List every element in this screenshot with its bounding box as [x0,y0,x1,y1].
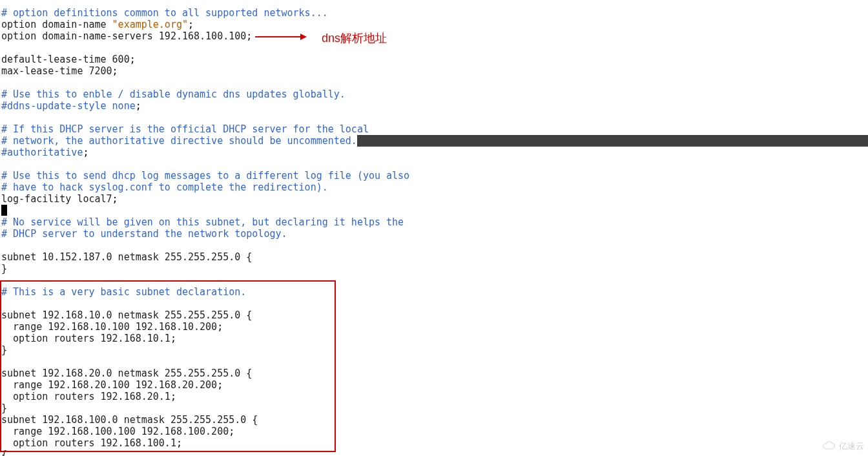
code-segment: max-lease-time 7200 [1,65,112,77]
code-segment: ; [217,321,223,333]
code-segment: # option definitions common to all suppo… [1,7,328,19]
code-segment: ; [112,65,118,77]
code-line[interactable]: option routers 192.168.10.1; [1,333,868,344]
code-segment: subnet 192.168.10.0 netmask 255.255.255.… [1,309,252,321]
code-line[interactable]: range 192.168.100.100 192.168.100.200; [1,426,868,437]
code-editor[interactable]: # option definitions common to all suppo… [0,0,868,456]
code-line[interactable]: # have to hack syslog.conf to complete t… [1,181,868,193]
code-segment: #ddns-update-style none [1,100,136,112]
code-line[interactable]: } [1,402,868,414]
code-line[interactable]: # option definitions common to all suppo… [1,7,868,19]
code-segment: # Use this to enble / disable dynamic dn… [1,88,346,100]
code-line[interactable]: # This is a very basic subnet declaratio… [1,286,868,298]
code-segment: ; [83,147,88,158]
code-line[interactable]: # No service will be given on this subne… [1,216,868,228]
code-line[interactable]: option routers 192.168.20.1; [1,391,868,402]
code-segment: ; [217,379,223,391]
code-segment: # Use this to send dhcp log messages to … [1,170,409,181]
code-line[interactable]: option domain-name-servers 192.168.100.1… [1,30,868,42]
code-segment: option domain-name-servers 192.168.100.1… [1,30,246,42]
code-line[interactable]: range 192.168.10.100 192.168.10.200; [1,321,868,333]
code-segment: # If this DHCP server is the official DH… [1,123,369,135]
code-segment: ; [188,19,194,30]
code-segment: # network, the authoritative directive s… [1,135,357,147]
code-segment: subnet 192.168.100.0 netmask 255.255.255… [1,414,258,426]
code-segment: } [1,344,7,356]
code-segment: #authoritative [1,147,83,158]
code-line[interactable]: subnet 10.152.187.0 netmask 255.255.255.… [1,251,868,263]
code-line[interactable]: # network, the authoritative directive s… [1,135,868,147]
cloud-icon [822,441,836,451]
code-segment: ; [112,193,118,205]
code-line[interactable]: #ddns-update-style none; [1,100,868,112]
code-line[interactable]: # If this DHCP server is the official DH… [1,123,868,135]
code-line[interactable]: max-lease-time 7200; [1,65,868,77]
code-line[interactable]: } [1,344,868,356]
code-line[interactable] [1,112,868,123]
annotation-text: dns解析地址 [322,32,387,44]
code-segment: option routers 192.168.20.1 [1,391,170,402]
line-highlight [357,135,868,147]
code-segment: # This is a very basic subnet declaratio… [1,286,246,298]
code-segment: default-lease-time 600 [1,54,130,65]
watermark-text: 亿速云 [839,440,864,452]
code-line[interactable]: option domain-name "example.org"; [1,19,868,30]
code-segment: range 192.168.20.100 192.168.20.200 [1,379,217,391]
code-segment: { [1,449,7,456]
code-line[interactable]: range 192.168.20.100 192.168.20.200; [1,379,868,391]
code-segment: subnet 192.168.20.0 netmask 255.255.255.… [1,368,252,379]
code-segment: option routers 192.168.10.1 [1,333,170,344]
code-line[interactable] [1,275,868,286]
code-segment: ; [229,426,234,437]
code-segment: # No service will be given on this subne… [1,216,404,228]
code-segment: range 192.168.10.100 192.168.10.200 [1,321,217,333]
code-line[interactable]: # DHCP server to understand the network … [1,228,868,240]
code-line[interactable]: subnet 192.168.100.0 netmask 255.255.255… [1,414,868,426]
code-segment: # have to hack syslog.conf to complete t… [1,181,328,193]
code-segment: ; [176,437,182,449]
code-segment: # DHCP server to understand the network … [1,228,287,240]
code-segment: } [1,402,7,414]
code-segment: option domain-name [1,19,112,30]
code-segment: range 192.168.100.100 192.168.100.200 [1,426,229,437]
code-line[interactable]: option routers 192.168.100.1; [1,437,868,449]
text-cursor [1,205,7,216]
code-line[interactable] [1,158,868,170]
code-line[interactable]: subnet 192.168.20.0 netmask 255.255.255.… [1,368,868,379]
code-segment: ; [170,391,176,402]
code-segment: ; [170,333,176,344]
code-line[interactable] [1,205,868,216]
code-line[interactable] [1,42,868,54]
code-line[interactable]: subnet 192.168.10.0 netmask 255.255.255.… [1,309,868,321]
code-line[interactable]: log-facility local7; [1,193,868,205]
code-line[interactable] [1,77,868,88]
code-segment: subnet 10.152.187.0 netmask 255.255.255.… [1,251,252,263]
code-line[interactable]: #authoritative; [1,147,868,158]
code-line[interactable]: # Use this to send dhcp log messages to … [1,170,868,181]
code-line[interactable] [1,240,868,251]
code-segment: ; [136,100,141,112]
code-line[interactable]: { [1,449,868,456]
watermark: 亿速云 [822,440,864,452]
code-line[interactable]: } [1,263,868,275]
code-segment: ; [246,30,252,42]
code-line[interactable] [1,356,868,368]
code-segment: ; [130,54,136,65]
code-line[interactable]: default-lease-time 600; [1,54,868,65]
code-segment: } [1,263,7,275]
code-segment: log-facility local7 [1,193,112,205]
code-line[interactable] [1,298,868,309]
code-segment: option routers 192.168.100.1 [1,437,176,449]
code-line[interactable]: # Use this to enble / disable dynamic dn… [1,88,868,100]
code-segment: "example.org" [112,19,188,30]
